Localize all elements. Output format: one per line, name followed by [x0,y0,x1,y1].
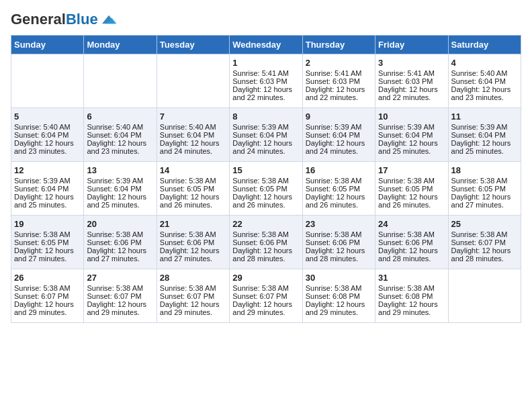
calendar-cell: 14Sunrise: 5:38 AMSunset: 6:05 PMDayligh… [157,162,229,216]
day-info: and 29 minutes. [232,308,299,316]
day-info: Daylight: 12 hours [451,193,518,201]
day-info: and 22 minutes. [306,93,372,101]
calendar-cell: 21Sunrise: 5:38 AMSunset: 6:06 PMDayligh… [157,216,229,269]
day-number: 3 [378,58,445,68]
day-info: Daylight: 12 hours [160,193,226,201]
calendar-cell: 28Sunrise: 5:38 AMSunset: 6:07 PMDayligh… [157,269,229,323]
calendar-cell: 2Sunrise: 5:41 AMSunset: 6:03 PMDaylight… [302,54,375,108]
day-info: and 26 minutes. [232,201,299,209]
day-info: Sunset: 6:04 PM [232,131,299,139]
day-info: Sunrise: 5:38 AM [232,284,299,292]
calendar-cell: 20Sunrise: 5:38 AMSunset: 6:06 PMDayligh… [84,216,157,269]
day-number: 30 [306,273,372,283]
day-info: Daylight: 12 hours [306,300,372,308]
day-info: Sunrise: 5:38 AM [378,177,445,185]
day-info: Sunrise: 5:39 AM [378,123,445,131]
day-number: 15 [232,165,299,175]
day-info: Sunrise: 5:41 AM [232,69,299,77]
calendar-cell: 18Sunrise: 5:38 AMSunset: 6:05 PMDayligh… [448,162,521,216]
day-header-thursday: Thursday [302,36,375,54]
day-info: Sunset: 6:07 PM [232,292,299,300]
day-info: Sunrise: 5:41 AM [378,69,445,77]
day-info: and 29 minutes. [160,308,226,316]
day-info: Sunrise: 5:38 AM [306,230,372,238]
calendar-cell: 24Sunrise: 5:38 AMSunset: 6:06 PMDayligh… [375,216,448,269]
calendar-cell: 1Sunrise: 5:41 AMSunset: 6:03 PMDaylight… [230,54,302,108]
day-info: Daylight: 12 hours [160,300,226,308]
day-number: 16 [306,165,372,175]
day-number: 17 [378,165,445,175]
day-info: and 25 minutes. [378,147,445,155]
day-info: Sunset: 6:04 PM [14,131,81,139]
day-info: Daylight: 12 hours [14,246,81,255]
calendar-cell: 6Sunrise: 5:40 AMSunset: 6:04 PMDaylight… [84,108,157,162]
day-info: Sunset: 6:04 PM [306,131,372,139]
day-number: 26 [14,273,81,283]
day-number: 11 [451,111,518,122]
day-info: Sunrise: 5:38 AM [160,177,226,185]
day-info: and 27 minutes. [160,255,226,263]
day-info: Sunset: 6:04 PM [87,131,153,139]
calendar-cell: 25Sunrise: 5:38 AMSunset: 6:07 PMDayligh… [448,216,521,269]
day-info: Sunrise: 5:38 AM [160,284,226,292]
day-info: and 27 minutes. [87,255,153,263]
calendar-cell: 13Sunrise: 5:39 AMSunset: 6:04 PMDayligh… [84,162,157,216]
calendar-cell: 30Sunrise: 5:38 AMSunset: 6:08 PMDayligh… [302,269,375,323]
day-info: Daylight: 12 hours [378,193,445,201]
day-info: and 25 minutes. [451,147,518,155]
week-row-4: 19Sunrise: 5:38 AMSunset: 6:05 PMDayligh… [11,216,521,269]
day-info: and 26 minutes. [378,201,445,209]
day-info: Sunrise: 5:40 AM [160,123,226,131]
day-info: Sunrise: 5:38 AM [87,284,153,292]
day-info: Sunrise: 5:39 AM [232,123,299,131]
week-row-5: 26Sunrise: 5:38 AMSunset: 6:07 PMDayligh… [11,269,521,323]
calendar-cell: 29Sunrise: 5:38 AMSunset: 6:07 PMDayligh… [230,269,302,323]
day-header-saturday: Saturday [448,36,521,54]
day-info: Daylight: 12 hours [306,139,372,147]
week-row-1: 1Sunrise: 5:41 AMSunset: 6:03 PMDaylight… [11,54,521,108]
calendar-cell: 27Sunrise: 5:38 AMSunset: 6:07 PMDayligh… [84,269,157,323]
day-info: Daylight: 12 hours [378,300,445,308]
day-info: Sunrise: 5:38 AM [451,177,518,185]
calendar-cell [84,54,157,108]
day-header-tuesday: Tuesday [157,36,229,54]
day-number: 13 [87,165,153,175]
day-info: Daylight: 12 hours [14,139,81,147]
day-number: 31 [378,273,445,283]
day-info: Sunrise: 5:39 AM [14,177,81,185]
day-info: Sunset: 6:04 PM [14,185,81,193]
day-info: Daylight: 12 hours [451,139,518,147]
day-info: and 24 minutes. [306,147,372,155]
day-info: Daylight: 12 hours [232,246,299,255]
day-info: Daylight: 12 hours [14,300,81,308]
week-row-2: 5Sunrise: 5:40 AMSunset: 6:04 PMDaylight… [11,108,521,162]
day-info: Sunrise: 5:38 AM [14,284,81,292]
day-info: and 28 minutes. [451,255,518,263]
day-info: and 23 minutes. [87,147,153,155]
day-number: 6 [87,111,153,122]
calendar-cell: 12Sunrise: 5:39 AMSunset: 6:04 PMDayligh… [11,162,84,216]
day-info: and 23 minutes. [451,93,518,101]
day-number: 20 [87,219,153,229]
day-info: Sunrise: 5:39 AM [87,177,153,185]
calendar-cell: 3Sunrise: 5:41 AMSunset: 6:03 PMDaylight… [375,54,448,108]
day-info: Sunset: 6:07 PM [14,292,81,300]
day-info: Sunset: 6:05 PM [378,185,445,193]
day-header-wednesday: Wednesday [230,36,302,54]
day-info: Sunset: 6:06 PM [232,238,299,246]
day-number: 14 [160,165,226,175]
day-info: Sunrise: 5:38 AM [378,230,445,238]
day-info: and 25 minutes. [14,201,81,209]
day-info: and 28 minutes. [378,255,445,263]
day-number: 2 [306,58,372,68]
day-info: Sunset: 6:03 PM [232,77,299,85]
day-info: Sunset: 6:04 PM [160,131,226,139]
day-info: Sunset: 6:05 PM [451,185,518,193]
calendar-cell: 9Sunrise: 5:39 AMSunset: 6:04 PMDaylight… [302,108,375,162]
day-info: Daylight: 12 hours [378,139,445,147]
day-number: 7 [160,111,226,122]
day-number: 4 [451,58,518,68]
calendar-cell: 19Sunrise: 5:38 AMSunset: 6:05 PMDayligh… [11,216,84,269]
day-info: and 22 minutes. [378,93,445,101]
day-info: and 22 minutes. [232,93,299,101]
